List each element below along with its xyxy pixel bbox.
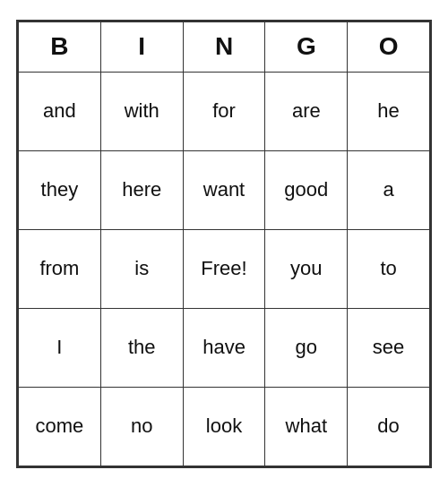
table-cell-r0-c0: and <box>19 72 101 150</box>
table-cell-r1-c0: they <box>19 150 101 229</box>
header-cell-i: I <box>100 21 183 72</box>
table-cell-r2-c3: you <box>265 229 348 308</box>
table-cell-r4-c4: do <box>348 387 430 466</box>
header-row: BINGO <box>19 21 430 72</box>
table-cell-r3-c0: I <box>19 308 101 387</box>
table-cell-r2-c0: from <box>19 229 101 308</box>
bingo-card: BINGO andwithforarehetheyherewantgoodafr… <box>16 20 432 468</box>
table-row: comenolookwhatdo <box>19 387 430 466</box>
header-cell-o: O <box>348 21 430 72</box>
table-cell-r0-c1: with <box>100 72 183 150</box>
table-cell-r2-c2: Free! <box>183 229 265 308</box>
header-cell-n: N <box>183 21 265 72</box>
table-cell-r0-c2: for <box>183 72 265 150</box>
table-cell-r2-c4: to <box>348 229 430 308</box>
table-cell-r4-c0: come <box>19 387 101 466</box>
table-cell-r1-c1: here <box>100 150 183 229</box>
header-cell-g: G <box>265 21 348 72</box>
table-cell-r4-c3: what <box>265 387 348 466</box>
table-row: fromisFree!youto <box>19 229 430 308</box>
table-cell-r3-c4: see <box>348 308 430 387</box>
table-cell-r0-c4: he <box>348 72 430 150</box>
table-cell-r1-c2: want <box>183 150 265 229</box>
header-cell-b: B <box>19 21 101 72</box>
table-cell-r4-c1: no <box>100 387 183 466</box>
table-cell-r1-c3: good <box>265 150 348 229</box>
table-row: andwithforarehe <box>19 72 430 150</box>
table-cell-r1-c4: a <box>348 150 430 229</box>
table-cell-r3-c2: have <box>183 308 265 387</box>
table-cell-r3-c3: go <box>265 308 348 387</box>
table-cell-r0-c3: are <box>265 72 348 150</box>
table-row: Ithehavegosee <box>19 308 430 387</box>
table-cell-r3-c1: the <box>100 308 183 387</box>
table-row: theyherewantgooda <box>19 150 430 229</box>
bingo-table: BINGO andwithforarehetheyherewantgoodafr… <box>18 21 430 466</box>
table-cell-r4-c2: look <box>183 387 265 466</box>
table-cell-r2-c1: is <box>100 229 183 308</box>
